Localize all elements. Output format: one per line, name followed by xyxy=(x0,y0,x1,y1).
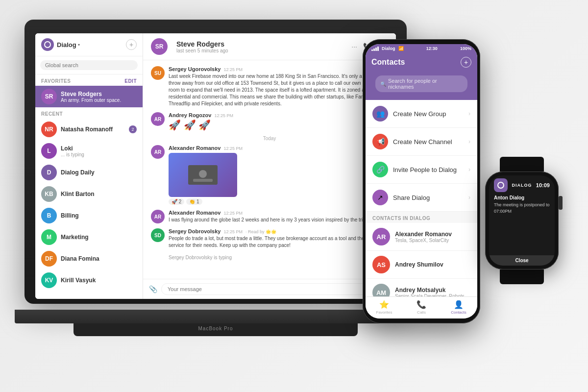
search-bar xyxy=(35,56,143,74)
contact-name: Andrey Shumilov xyxy=(395,261,470,268)
chat-name: Dialog Daily xyxy=(61,169,137,176)
avatar: B xyxy=(41,208,57,223)
sidebar-item-loki[interactable]: L Loki ... is typing xyxy=(35,140,143,162)
contact-avatar-img: AM xyxy=(372,284,390,296)
sidebar-item-diana-fomina[interactable]: DF Diana Fomina xyxy=(35,248,143,270)
message-input[interactable] xyxy=(161,283,378,295)
avatar: SR xyxy=(41,89,57,104)
main-chat: SR Steve Rodgers last seen 5 minutes ago… xyxy=(143,33,396,299)
watch-status-bar: DIALOG 10:09 xyxy=(489,175,555,193)
tab-calls-label: Calls xyxy=(417,310,426,315)
contact-subtitle: Tesla, SpaceX, SolarCity xyxy=(395,238,470,243)
tab-calls[interactable]: 📞 Calls xyxy=(403,300,440,315)
share-dialog-label: Share Dialog xyxy=(393,194,468,201)
contact-info: Andrey Motsalyuk Senior Scala Developer,… xyxy=(395,287,470,297)
tab-favorites[interactable]: ⭐ Favorites xyxy=(366,300,403,315)
create-new-channel-item[interactable]: 📢 Create New Channel › xyxy=(366,128,477,156)
message-content: Alexander Romanov 12:25 PM xyxy=(169,145,365,205)
new-conversation-button[interactable]: + xyxy=(126,39,137,50)
sidebar-item-billing[interactable]: B Billing xyxy=(35,205,143,226)
macbook-body: Dialog ▾ + FAVORITES EDIT SR xyxy=(24,20,407,304)
contact-item-andrey-shumilov[interactable]: AS Andrey Shumilov xyxy=(366,251,477,279)
create-new-group-item[interactable]: 👥 Create New Group › xyxy=(366,100,477,128)
invite-people-item[interactable]: 🔗 Invite People to Dialog › xyxy=(366,156,477,184)
message: SD Sergey Dobrovolsky 12:25 PM · Read by… xyxy=(151,228,388,249)
reaction-rocket[interactable]: 🚀 2 xyxy=(169,198,184,205)
message-time: 12:25 PM xyxy=(223,229,243,234)
chat-name: Klint Barton xyxy=(61,191,137,197)
macbook-device: Dialog ▾ + FAVORITES EDIT SR xyxy=(24,20,407,353)
avatar: D xyxy=(41,165,57,180)
chevron-right-icon: › xyxy=(468,110,470,117)
contact-item-andrey-motsalyuk[interactable]: AM Andrey Motsalyuk Senior Scala Develop… xyxy=(366,279,477,296)
chat-name: Marketing xyxy=(61,234,137,241)
message-text: Last week Firebase moved into our new ho… xyxy=(169,73,388,107)
message-avatar: SU xyxy=(151,66,165,80)
iphone-status-bar: Dialog 📶 12:30 100% xyxy=(366,44,477,53)
message-header: Andrey Rogozov 12:25 PM xyxy=(169,112,388,118)
iphone-tab-bar: ⭐ Favorites 📞 Calls 👤 Contacts xyxy=(366,296,477,318)
sidebar-item-natasha-romanoff[interactable]: NR Natasha Romanoff 2 xyxy=(35,119,143,140)
message-sender-name: Alexander Romanov xyxy=(169,210,220,216)
attach-button[interactable]: 📎 xyxy=(149,285,157,293)
contacts-search-bar[interactable]: 🔍 Search for people or nicknames xyxy=(375,75,467,92)
sidebar: Dialog ▾ + FAVORITES EDIT SR xyxy=(35,33,143,299)
contacts-tab-icon: 👤 xyxy=(454,300,464,309)
wifi-icon: 📶 xyxy=(398,46,404,51)
message: AR Alexander Romanov 12:25 PM xyxy=(151,145,388,205)
tab-contacts[interactable]: 👤 Contacts xyxy=(440,300,477,315)
watch-strap-bottom xyxy=(500,270,544,284)
message-emoji: 🚀 🚀 🚀 xyxy=(169,119,388,131)
reaction-clap[interactable]: 👏 1 xyxy=(186,198,202,205)
share-dialog-item[interactable]: ↗ Share Dialog › xyxy=(366,184,477,212)
create-group-icon: 👥 xyxy=(372,106,388,122)
chat-name: Steve Rodgers xyxy=(61,91,137,98)
message: AR Andrey Rogozov 12:25 PM 🚀 🚀 🚀 xyxy=(151,112,388,131)
message-time: 12:25 PM xyxy=(223,67,243,72)
contact-name: Alexander Romanov xyxy=(395,231,470,238)
avatar: KV xyxy=(41,272,57,288)
message: AR Alexander Romanov 12:25 PM I was flyi… xyxy=(151,210,388,223)
battery-indicator: 100% xyxy=(460,46,471,51)
chat-name: Diana Fomina xyxy=(61,255,137,262)
chevron-right-icon: › xyxy=(468,194,470,201)
watch-brand-name: DIALOG xyxy=(512,183,532,188)
macbook-label: MacBook Pro xyxy=(198,326,233,331)
watch-close-button[interactable]: Close xyxy=(489,255,555,266)
svg-point-1 xyxy=(199,170,207,178)
contact-item-alexander-romanov[interactable]: AR Alexander Romanov Tesla, SpaceX, Sola… xyxy=(366,223,477,251)
global-search-input[interactable] xyxy=(40,60,138,70)
message-text: People do trade a lot, but most trade a … xyxy=(169,235,388,249)
add-contact-button[interactable]: + xyxy=(461,57,471,68)
sidebar-item-marketing[interactable]: M Marketing xyxy=(35,226,143,248)
iphone-screen: Dialog 📶 12:30 100% Contacts + 🔍 Search … xyxy=(366,44,477,318)
avatar: L xyxy=(41,143,57,159)
chat-header-name: Steve Rodgers xyxy=(176,40,351,48)
sidebar-item-klint-barton[interactable]: KB Klint Barton xyxy=(35,183,143,205)
message-time: 12:25 PM xyxy=(223,211,243,216)
sidebar-header: Dialog ▾ + xyxy=(35,33,143,56)
chat-info: Steve Rodgers An army. From outer space. xyxy=(61,91,137,103)
message-reactions: 🚀 2 👏 1 xyxy=(169,198,365,205)
more-options-icon[interactable]: ··· xyxy=(351,43,357,50)
sidebar-item-dialog-daily[interactable]: D Dialog Daily xyxy=(35,162,143,183)
contacts-search-placeholder: Search for people or nicknames xyxy=(388,78,463,90)
signal-bars xyxy=(371,47,379,51)
contact-info: Andrey Shumilov xyxy=(395,261,470,268)
signal-bar-3 xyxy=(375,48,377,51)
dialog-dropdown-arrow[interactable]: ▾ xyxy=(78,43,80,47)
sidebar-item-steve-rodgers[interactable]: SR Steve Rodgers An army. From outer spa… xyxy=(35,86,143,107)
chat-name: Kirill Vasyuk xyxy=(61,277,137,284)
invite-people-label: Invite People to Dialog xyxy=(393,166,468,173)
create-new-channel-label: Create New Channel xyxy=(393,138,468,146)
sidebar-item-kirill-vasyuk[interactable]: KV Kirill Vasyuk xyxy=(35,270,143,291)
watch-strap-top xyxy=(500,157,544,172)
chevron-right-icon: › xyxy=(468,138,470,145)
create-new-group-label: Create New Group xyxy=(393,110,468,118)
edit-button[interactable]: EDIT xyxy=(124,78,137,84)
chat-info: Diana Fomina xyxy=(61,255,137,262)
carrier-name: Dialog xyxy=(382,46,395,51)
apple-watch-device: DIALOG 10:09 Anton Dialog The meeting is… xyxy=(480,157,564,284)
contacts-in-dialog-label: CONTACTS IN DIALOG xyxy=(366,212,477,223)
chat-info: Kirill Vasyuk xyxy=(61,277,137,284)
